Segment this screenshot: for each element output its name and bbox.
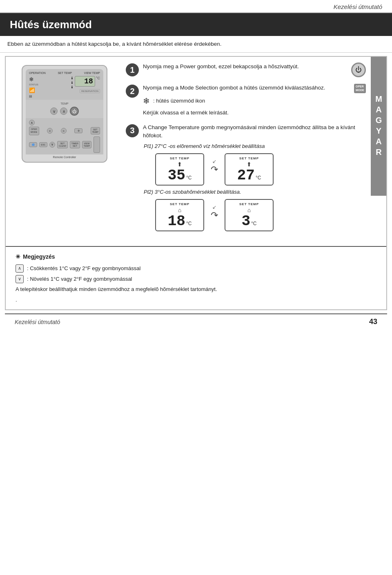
- display-area: 🌡 🌡 🌡 18 °C RESERVATION: [41, 76, 100, 93]
- notes-title: ✳ Megjegyzés: [16, 252, 376, 262]
- example-1-to-value: 27: [237, 168, 255, 183]
- button-row-1: ∧: [29, 120, 100, 125]
- step-1-text: Nyomja meg a Power gombot, ezzel bekapcs…: [143, 63, 344, 71]
- note-btn-down[interactable]: ∨: [16, 275, 24, 283]
- remote-label: Remote Controller: [26, 154, 103, 159]
- arrow-2: ↙ ↷: [211, 204, 218, 221]
- remote-area: OPERATION SET TEMP VIEW TEMP ❄ STATUS 📶 …: [6, 57, 120, 246]
- button-row-3: 🌀 ESC ∨ SET CLEAR TIMER SET VIEW TEMP: [29, 136, 100, 153]
- example-1-to-box: SET TEMP ⬆ 27 °C: [225, 153, 274, 186]
- example-1-to-label: SET TEMP: [239, 157, 259, 160]
- power-circle-icon: ⏻: [351, 63, 366, 77]
- view-temp-button[interactable]: VIEW TEMP: [82, 141, 91, 148]
- remote-status-area: ❄ STATUS 📶 ▤: [29, 76, 38, 98]
- example-2-from-label: SET TEMP: [170, 202, 189, 206]
- set-temp-button[interactable]: SET TEMP: [91, 127, 100, 134]
- example-1-from-unit: °C: [186, 175, 192, 181]
- celsius-unit-display: °C: [96, 76, 100, 80]
- example-1-to-value-row: 27 °C: [237, 168, 261, 183]
- example-1-display: SET TEMP ⬆ 35 °C ↙ ↷: [155, 153, 366, 186]
- step-3: 3 A Change Temperature gomb megnyomásáva…: [126, 123, 366, 234]
- nav-right[interactable]: >: [61, 128, 67, 134]
- oper-mode-btn-icon: OPERMODE: [354, 84, 366, 93]
- reservation-label: RESERVATION: [80, 89, 100, 93]
- intro-text: Ebben az üzemmódban a hûtést kapcsolja b…: [0, 36, 392, 53]
- note-text-1: : Csökkentés 1°C vagy 2°F egy gombnyomás…: [27, 264, 140, 273]
- temp-section-label: TEMP: [60, 102, 68, 105]
- set-clear-button[interactable]: SET CLEAR: [57, 141, 68, 148]
- note-btn-up[interactable]: ∧: [16, 264, 24, 273]
- button-row-2: OPER MODE < > ⚙ SET TEMP: [29, 127, 100, 135]
- notes-area: ✳ Megjegyzés ∧ : Csökkentés 1°C vagy 2°F…: [6, 246, 386, 309]
- example-1-from-value-row: 35 °C: [168, 168, 192, 183]
- example-2-to-value: 3: [241, 214, 250, 229]
- note-text-2: : Növelés 1°C vagy 2°F egy gombnyomással: [27, 274, 132, 284]
- main-content: OPERATION SET TEMP VIEW TEMP ❄ STATUS 📶 …: [6, 57, 386, 246]
- example-1-label: Pl1) 27°C -os elõremenõ víz hõmérséklet …: [144, 143, 366, 149]
- step-1: 1 Nyomja meg a Power gombot, ezzel bekap…: [126, 63, 366, 77]
- example-2-to-unit: °C: [251, 221, 256, 226]
- footer-left: Kezelési útmutató: [15, 319, 60, 325]
- note-text-3: A telepítéskor beállíthatjuk minden üzem…: [16, 284, 217, 294]
- example-2-from-box: SET TEMP ⌂ 18 °C: [155, 199, 204, 231]
- temp-up-button[interactable]: ∧: [60, 107, 67, 115]
- operation-label: OPERATION: [29, 72, 46, 74]
- temp-down-button[interactable]: ∨: [50, 107, 58, 115]
- view-temp-top-label: VIEW TEMP: [84, 72, 100, 74]
- page-footer: Kezelési útmutató 43: [5, 313, 387, 329]
- doc-icon: ▤: [29, 94, 32, 98]
- remote-middle: TEMP ∨ ∧ ⏻: [26, 100, 103, 118]
- example-2-from-value: 18: [168, 214, 185, 229]
- nav-up[interactable]: ∧: [29, 120, 35, 125]
- oper-mode-button[interactable]: OPER MODE: [29, 127, 39, 135]
- remote-display-value: 18: [75, 76, 95, 87]
- settings-button[interactable]: ⚙: [74, 128, 82, 133]
- oper-mode-illustration: OPERMODE: [354, 84, 366, 93]
- step-2: 2 Nyomja meg a Mode Selection gombot a h…: [126, 84, 366, 117]
- example-2-to-value-row: 3 °C: [241, 214, 256, 229]
- temp-controls: ∨ ∧ ⏻: [50, 107, 79, 116]
- note-item-2: ∨ : Növelés 1°C vagy 2°F egy gombnyomáss…: [16, 274, 376, 284]
- example-1-from-box: SET TEMP ⬆ 35 °C: [155, 153, 204, 186]
- page-header: Kezelési útmutató: [0, 0, 392, 13]
- icon3: 🌡: [70, 85, 74, 89]
- header-title: Kezelési útmutató: [334, 3, 382, 10]
- step-3-number: 3: [126, 124, 139, 137]
- notes-title-text: Megjegyzés: [23, 252, 55, 262]
- example-2-from-unit: °C: [186, 221, 192, 226]
- esc-button[interactable]: ESC: [39, 142, 47, 147]
- example-2-to-box: SET TEMP ⌂ 3 °C: [225, 199, 274, 231]
- example-2-from-value-row: 18 °C: [168, 214, 192, 229]
- notes-title-icon: ✳: [16, 252, 20, 262]
- instructions-area: 1 Nyomja meg a Power gombot, ezzel bekap…: [120, 57, 386, 246]
- note-item-3: A telepítéskor beállíthatjuk minden üzem…: [16, 284, 376, 294]
- page-title-bar: Hûtés üzemmód: [0, 13, 392, 36]
- example-1-to-icon: ⬆: [247, 161, 252, 168]
- temp-icons-row: 🌡 🌡 🌡: [70, 76, 74, 89]
- page-title: Hûtés üzemmód: [10, 18, 92, 31]
- example-1-to-unit: °C: [256, 175, 261, 181]
- set-temp-top-label: SET TEMP: [58, 72, 72, 74]
- step-3-text: A Change Temperature gomb megnyomásával …: [143, 123, 366, 140]
- remote-buttons: ∧ OPER MODE < > ⚙ SET TEMP 🌀 ESC ∨ SET C…: [26, 118, 103, 154]
- remote-row1: OPERATION SET TEMP VIEW TEMP: [29, 72, 100, 74]
- page-number: 43: [369, 318, 377, 326]
- note-item-1: ∧ : Csökkentés 1°C vagy 2°F egy gombnyom…: [16, 264, 376, 273]
- power-button[interactable]: ⏻: [70, 107, 79, 116]
- example-2-display: SET TEMP ⌂ 18 °C ↙ ↷: [155, 199, 366, 231]
- example-2-to-label: SET TEMP: [239, 202, 259, 206]
- fan-button[interactable]: 🌀: [29, 142, 37, 147]
- note-item-4: .: [16, 295, 376, 304]
- step-2-subtext: Kérjük olvassa el a termék leírását.: [143, 109, 347, 117]
- slider[interactable]: [94, 136, 100, 153]
- timer-set-button[interactable]: TIMER SET: [70, 141, 80, 148]
- nav-down[interactable]: ∨: [49, 142, 55, 148]
- note-text-4: .: [16, 295, 17, 304]
- step-2-number: 2: [126, 85, 139, 98]
- nav-left[interactable]: <: [47, 128, 53, 134]
- step-1-number: 1: [126, 63, 139, 76]
- content-wrapper: MAGYAR OPERATION SET TEMP VIEW TEMP ❄ ST…: [5, 56, 387, 310]
- icon1: 🌡: [70, 76, 74, 80]
- display-number: 18: [84, 77, 93, 85]
- example-2-label: Pl2) 3°C-os szobahõmérséklet beállítása.: [144, 189, 366, 195]
